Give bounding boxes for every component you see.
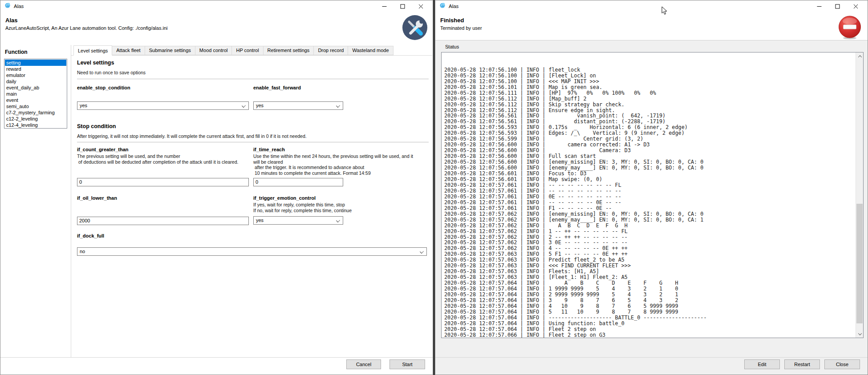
log-lines: 2020-05-28 12:07:56.100 | INFO | fleet_l… (444, 52, 855, 338)
log-scrollbar[interactable] (856, 52, 863, 338)
log-window: Alas Finished Terminated by user (435, 0, 868, 375)
restart-button[interactable]: Restart (784, 359, 820, 369)
log-line: 2020-05-28 12:07:57.064 | INFO | 3 9 8 7… (444, 298, 855, 303)
field-desc: Use the time within the next 24 hours, t… (253, 153, 413, 176)
function-list-item[interactable]: c7-2_mystery_farming (5, 109, 66, 116)
function-list-item[interactable]: reward (5, 66, 66, 72)
log-line: 2020-05-28 12:07:57.061 | INFO | F1 -- -… (444, 206, 855, 211)
scrollbar-thumb[interactable] (856, 204, 863, 323)
log-box: 2020-05-28 12:07:56.100 | INFO | fleet_l… (441, 52, 864, 338)
log-line: 2020-05-28 12:07:56.100 | INFO | <<< MAP… (444, 79, 855, 85)
edit-button[interactable]: Edit (744, 359, 780, 369)
field-label: enable_stop_condition (77, 85, 249, 90)
minimize-button[interactable] (375, 0, 393, 12)
window-title: Alas (14, 4, 24, 9)
window-controls (375, 0, 433, 12)
level-settings-panel: Level settings Need to run once to save … (71, 56, 432, 353)
footer-separator (0, 357, 433, 358)
log-line: 2020-05-28 12:07:57.064 | INFO | Using f… (444, 321, 855, 327)
function-list-item[interactable]: setting (5, 60, 66, 66)
log-line: 2020-05-28 12:07:57.066 | INFO | Fleet_2… (444, 332, 855, 338)
titlebar[interactable]: Alas (0, 0, 433, 12)
settings-window: Alas Alas AzurLaneAutoScript, An Azur La… (0, 0, 433, 375)
field-label: if_oil_lower_than (77, 195, 255, 201)
scroll-up-icon[interactable] (856, 52, 864, 60)
close-button[interactable] (412, 0, 430, 12)
chevron-down-icon (336, 104, 340, 108)
tab[interactable]: Submarine settings (145, 46, 195, 55)
enable-stop-condition-select[interactable]: yes (77, 101, 249, 110)
tab[interactable]: Mood control (195, 46, 232, 55)
tab-bar: Level settingsAttack fleetSubmarine sett… (71, 45, 432, 56)
start-button[interactable]: Start (389, 359, 425, 369)
tab[interactable]: Retirement settings (263, 46, 314, 55)
section-heading-level-settings: Level settings (77, 60, 114, 66)
status-label: Status (445, 44, 459, 49)
minimize-button[interactable] (810, 0, 828, 12)
log-line: 2020-05-28 12:07:57.061 | INFO | 0E -- -… (444, 194, 855, 200)
tab[interactable]: Wasteland mode (348, 46, 393, 55)
if-dock-full-select[interactable]: no (77, 247, 427, 256)
function-list-item[interactable]: c12-2_leveling (5, 116, 66, 122)
field-if-dock-full: if_dock_full no (77, 233, 427, 238)
function-list-item[interactable]: event_daily_ab (5, 85, 66, 91)
mouse-cursor-icon (661, 6, 667, 17)
log-line: 2020-05-28 12:07:57.062 | INFO | 1 -- ++… (444, 229, 855, 234)
tab[interactable]: Level settings (73, 45, 112, 56)
select-value: yes (256, 218, 264, 223)
field-desc: The previous setting will be used, and t… (77, 153, 238, 165)
if-count-greater-than-input[interactable] (77, 178, 249, 186)
enable-fast-forward-select[interactable]: yes (253, 101, 343, 110)
field-if-count-greater-than: if_count_greater_than The previous setti… (77, 147, 255, 152)
log-line: 2020-05-28 12:07:57.064 | INFO | Fleet 2… (444, 327, 855, 332)
log-line: 2020-05-28 12:07:56.112 | INFO | [Map_bu… (444, 96, 855, 102)
log-line: 2020-05-28 12:07:57.062 | INFO | [enemy_… (444, 217, 855, 223)
close-dialog-button[interactable]: Close (824, 359, 860, 369)
log-line: 2020-05-28 12:07:57.064 | INFO | 4 10 9 … (444, 303, 855, 309)
function-list-item[interactable]: semi_auto (5, 103, 66, 109)
function-panel-label: Function (5, 49, 28, 55)
function-list-item[interactable]: daily (5, 78, 66, 85)
log-line: 2020-05-28 12:07:57.061 | INFO | -- -- -… (444, 200, 855, 206)
tab[interactable]: Drop record (313, 46, 348, 55)
log-line: 2020-05-28 12:07:56.111 | INFO | [HP] 97… (444, 90, 855, 96)
field-enable-stop-condition: enable_stop_condition yes (77, 85, 249, 90)
function-list-item[interactable]: emulator (5, 72, 66, 78)
scroll-down-icon[interactable] (856, 330, 864, 338)
log-line: 2020-05-28 12:07:56.100 | INFO | [Fleet_… (444, 73, 855, 79)
function-list-item[interactable]: event (5, 97, 66, 103)
cancel-button[interactable]: Cancel (346, 359, 381, 369)
log-line: 2020-05-28 12:07:57.062 | INFO | [enemy_… (444, 211, 855, 217)
if-trigger-emotion-control-select[interactable]: yes (253, 216, 343, 225)
status-subtitle: Terminated by user (440, 25, 482, 31)
if-time-reach-input[interactable] (253, 178, 343, 186)
if-oil-lower-than-input-wrap (77, 216, 249, 225)
maximize-button[interactable] (828, 0, 847, 12)
tab[interactable]: Attack fleet (112, 46, 145, 55)
field-label: if_dock_full (77, 233, 427, 238)
tab[interactable]: HP control (231, 46, 263, 55)
field-if-oil-lower-than: if_oil_lower_than (77, 195, 255, 201)
chevron-down-icon (420, 250, 424, 254)
function-list-item[interactable]: main (5, 91, 66, 97)
titlebar[interactable]: Alas (435, 0, 868, 12)
status-title: Finished (440, 17, 464, 24)
log-line: 2020-05-28 12:07:56.601 | INFO | Map swi… (444, 177, 855, 182)
if-count-greater-than-input-wrap (77, 177, 249, 186)
app-icon (4, 2, 11, 10)
log-line: 2020-05-28 12:07:56.112 | INFO | Skip st… (444, 102, 855, 108)
maximize-button[interactable] (393, 0, 412, 12)
status-panel: Status 2020-05-28 12:07:56.100 | INFO | … (435, 40, 868, 375)
field-label: enable_fast_forward (253, 85, 427, 90)
function-list-item[interactable]: c12-4_leveling (5, 122, 66, 128)
log-line: 2020-05-28 12:07:57.064 | INFO | -------… (444, 315, 855, 321)
field-if-trigger-emotion-control: if_trigger_emotion_control If yes, wait … (253, 195, 427, 201)
chevron-down-icon (242, 104, 246, 108)
close-button[interactable] (847, 0, 865, 12)
if-oil-lower-than-input[interactable] (77, 217, 249, 225)
no-entry-icon (837, 15, 862, 40)
page-title: Alas (5, 17, 17, 24)
section-desc-level-settings: Need to run once to save options (77, 70, 146, 75)
field-label: if_time_reach (253, 147, 427, 152)
field-if-time-reach: if_time_reach Use the time within the ne… (253, 147, 427, 152)
